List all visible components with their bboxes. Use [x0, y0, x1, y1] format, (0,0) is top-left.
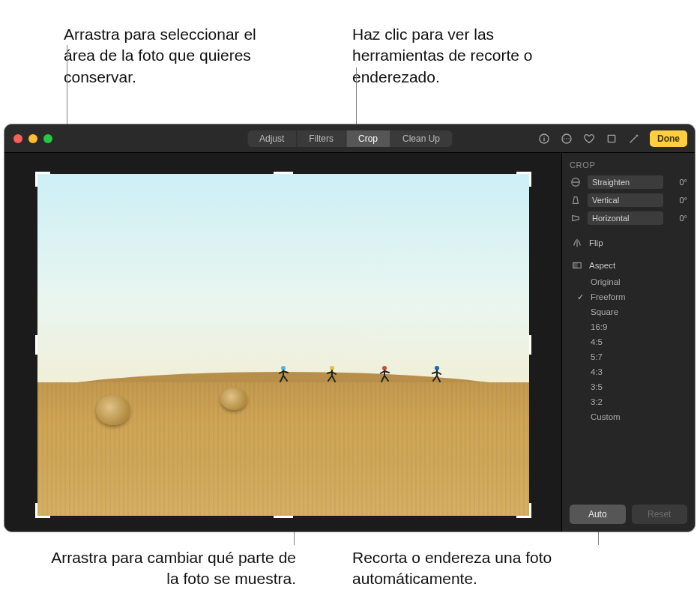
- auto-button[interactable]: Auto: [570, 505, 626, 524]
- tab-filters[interactable]: Filters: [297, 130, 346, 147]
- runner: [326, 365, 338, 388]
- flip-label: Flip: [589, 238, 603, 247]
- aspect-3-2[interactable]: 3:2: [589, 394, 687, 409]
- aspect-list: Original Freeform Square 16:9 4:5 5:7 4:…: [589, 274, 687, 424]
- close-button[interactable]: [13, 134, 22, 143]
- vertical-slider[interactable]: Vertical: [588, 193, 663, 207]
- tab-crop[interactable]: Crop: [346, 130, 390, 147]
- svg-point-6: [569, 138, 570, 139]
- flip-icon: [571, 237, 583, 249]
- edit-mode-tabs: Adjust Filters Crop Clean Up: [247, 130, 452, 147]
- svg-rect-15: [573, 263, 577, 268]
- runner: [277, 365, 289, 388]
- callout-auto: Recorta o endereza una foto automáticame…: [352, 547, 577, 590]
- tab-adjust[interactable]: Adjust: [247, 130, 297, 147]
- callout-crop-tab: Haz clic para ver las herramientas de re…: [352, 24, 577, 88]
- vertical-row: Vertical 0°: [570, 193, 687, 207]
- photo-sky: [37, 174, 529, 386]
- runner: [378, 365, 390, 388]
- straighten-value: 0°: [668, 178, 687, 187]
- titlebar: Adjust Filters Crop Clean Up Done: [4, 124, 695, 153]
- canvas: [4, 153, 561, 532]
- photos-edit-window: Adjust Filters Crop Clean Up Done: [4, 124, 695, 532]
- photo[interactable]: [37, 174, 529, 516]
- callout-crop-handle: Arrastra para seleccionar el área de la …: [64, 24, 259, 88]
- done-button[interactable]: Done: [650, 130, 687, 147]
- tab-cleanup[interactable]: Clean Up: [390, 130, 452, 147]
- svg-point-5: [566, 138, 567, 139]
- more-icon[interactable]: [560, 132, 573, 145]
- crop-handle-right[interactable]: [529, 335, 531, 355]
- aspect-4-5[interactable]: 4:5: [589, 334, 687, 349]
- aspect-3-5[interactable]: 3:5: [589, 379, 687, 394]
- crop-orientation-icon[interactable]: [605, 132, 618, 145]
- straighten-row: Straighten 0°: [570, 175, 687, 189]
- horizontal-slider[interactable]: Horizontal: [588, 211, 663, 225]
- toolbar-right: Done: [537, 130, 695, 147]
- aspect-square[interactable]: Square: [589, 304, 687, 319]
- info-icon[interactable]: [537, 132, 551, 145]
- svg-rect-7: [608, 135, 615, 142]
- horizontal-value: 0°: [668, 214, 687, 223]
- horizontal-persp-icon: [570, 212, 582, 224]
- svg-point-4: [564, 138, 565, 139]
- horizontal-row: Horizontal 0°: [570, 211, 687, 225]
- flip-row[interactable]: Flip: [570, 234, 687, 252]
- vertical-value: 0°: [668, 196, 687, 205]
- panel-title: CROP: [570, 160, 687, 169]
- crop-frame[interactable]: [37, 174, 529, 516]
- hay-bale: [96, 395, 130, 425]
- crop-handle-tr[interactable]: [516, 172, 531, 187]
- auto-enhance-icon[interactable]: [627, 132, 641, 145]
- aspect-icon: [571, 259, 583, 271]
- crop-handle-bl[interactable]: [35, 503, 50, 518]
- fullscreen-button[interactable]: [43, 134, 52, 143]
- crop-handle-tl[interactable]: [35, 172, 50, 187]
- vertical-persp-icon: [570, 194, 582, 206]
- favorite-icon[interactable]: [582, 132, 596, 145]
- aspect-label: Aspect: [589, 261, 615, 270]
- straighten-slider[interactable]: Straighten: [588, 175, 663, 189]
- minimize-button[interactable]: [28, 134, 37, 143]
- aspect-row[interactable]: Aspect: [570, 256, 687, 274]
- aspect-original[interactable]: Original: [589, 274, 687, 289]
- aspect-freeform[interactable]: Freeform: [589, 289, 687, 304]
- straighten-icon: [570, 176, 582, 188]
- hay-bale: [220, 388, 247, 410]
- callout-drag-photo: Arrastra para cambiar qué parte de la fo…: [49, 547, 296, 590]
- leader-line: [356, 67, 357, 129]
- aspect-custom[interactable]: Custom: [589, 409, 687, 424]
- runner: [431, 365, 443, 388]
- crop-handle-top[interactable]: [274, 172, 293, 174]
- svg-point-2: [543, 136, 544, 136]
- window-controls: [13, 134, 52, 143]
- crop-handle-bottom[interactable]: [274, 516, 293, 518]
- crop-handle-left[interactable]: [35, 335, 37, 355]
- aspect-4-3[interactable]: 4:3: [589, 364, 687, 379]
- crop-panel: CROP Straighten 0° Vertical 0° Horizo: [561, 153, 695, 532]
- crop-handle-br[interactable]: [516, 503, 531, 518]
- aspect-5-7[interactable]: 5:7: [589, 349, 687, 364]
- aspect-16-9[interactable]: 16:9: [589, 319, 687, 334]
- panel-footer: Auto Reset: [570, 499, 687, 524]
- reset-button: Reset: [632, 505, 688, 524]
